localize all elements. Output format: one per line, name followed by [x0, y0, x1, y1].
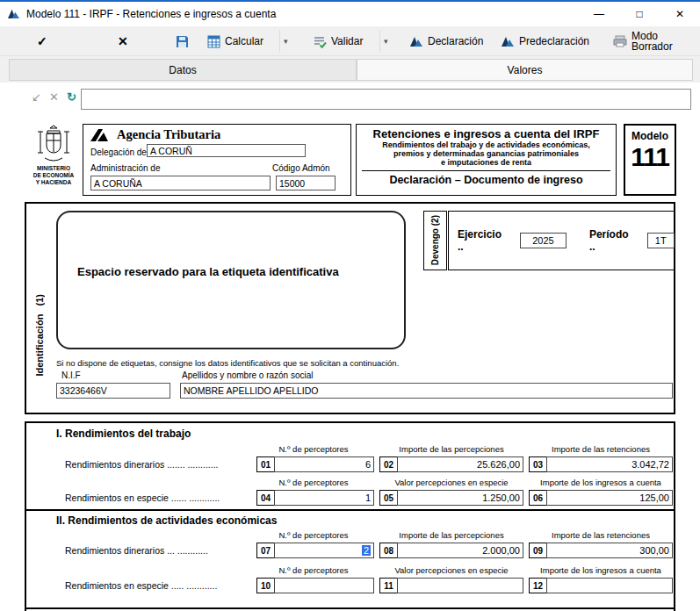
predeclaracion-icon	[501, 35, 515, 47]
casilla-06-field[interactable]: 125,00	[546, 490, 673, 506]
administracion-field[interactable]: A CORUÑA	[90, 176, 271, 190]
section-2-title: II. Rendimientos de actividades económic…	[56, 514, 277, 527]
form-title-box: Retenciones e ingresos a cuenta del IRPF…	[356, 124, 617, 196]
validate-icon	[313, 35, 327, 48]
modo-label-line2: Borrador	[631, 41, 673, 52]
casilla-number-02: 02	[379, 456, 398, 472]
modelo-box: Modelo 111	[624, 124, 676, 196]
chevron-down-icon: ▾	[384, 37, 388, 46]
nif-field[interactable]: 33236466V	[56, 383, 170, 399]
identificacion-label: Identificación	[34, 314, 45, 377]
devengo-label: Devengo	[430, 228, 440, 265]
col-header: Importe de los ingresos a cuenta	[529, 478, 673, 487]
form-subtitle-line: premios y determinadas ganancias patrimo…	[357, 149, 616, 158]
app-icon	[7, 8, 20, 19]
col-header: N.º de perceptores	[248, 478, 379, 487]
close-x-icon: ✕	[118, 34, 128, 48]
calculator-icon	[207, 35, 220, 48]
casilla-07-field[interactable]: 2	[274, 543, 374, 558]
casilla-02-field[interactable]: 25.626,00	[397, 456, 523, 472]
row-label: Rendimientos en especie ...... .........…	[65, 490, 220, 506]
tab-valores[interactable]: Valores	[357, 59, 693, 81]
declaracion-button[interactable]: Declaración	[406, 30, 487, 53]
devengo-box: Ejercicio .. 2025 Período .. 1T	[448, 211, 675, 270]
printer-icon	[613, 35, 627, 47]
ministry-block: MINISTERIO DE ECONOMÍA Y HACIENDA	[26, 125, 81, 186]
form-subtitle-line: e imputaciones de renta	[357, 158, 616, 167]
declaracion-icon	[409, 35, 423, 47]
casilla-04-field[interactable]: 1	[274, 490, 374, 506]
casilla-number-10: 10	[256, 578, 275, 593]
tab-datos[interactable]: Datos	[9, 59, 357, 81]
codigo-admon-label: Código Admón	[272, 163, 330, 173]
casilla-number-05: 05	[379, 490, 398, 506]
confirm-button[interactable]: ✓	[33, 30, 51, 53]
row-label: Rendimientos dinerarios ....... ........…	[65, 456, 219, 472]
cell-edit-input[interactable]	[81, 89, 691, 110]
identificacion-vertical-label: Identificación (1)	[26, 265, 53, 406]
doc-type: Declaración – Documento de ingreso	[362, 170, 610, 186]
delegacion-label: Delegación de	[90, 147, 147, 157]
predeclaracion-label: Predeclaración	[519, 35, 589, 47]
validar-button[interactable]: Validar	[309, 30, 366, 53]
casilla-10-field[interactable]	[274, 578, 374, 593]
section-1-title: I. Rendimientos del trabajo	[56, 428, 191, 440]
codigo-admon-field[interactable]: 15000	[276, 176, 336, 190]
ejercicio-label: Ejercicio ..	[458, 228, 509, 253]
section-divider	[26, 509, 674, 511]
save-button[interactable]	[172, 30, 192, 53]
casilla-number-03: 03	[529, 456, 547, 472]
minimize-button[interactable]: —	[579, 2, 619, 26]
predeclaracion-button[interactable]: Predeclaración	[497, 30, 593, 53]
devengo-index: (2)	[430, 215, 440, 226]
col-header: Importe de las retenciones	[529, 530, 673, 540]
casilla-08-field[interactable]: 2.000,00	[397, 543, 523, 558]
col-header: Valor percepciones en especie	[379, 478, 523, 487]
restore-icon[interactable]: ↙	[32, 90, 41, 104]
modo-borrador-button[interactable]: Modo Borrador	[610, 30, 676, 53]
etiqueta-box: Espacio reservado para la etiqueta ident…	[56, 211, 406, 349]
etiqueta-text: Espacio reservado para la etiqueta ident…	[77, 265, 339, 278]
ministry-line: MINISTERIO	[26, 165, 81, 172]
col-header: N.º de perceptores	[248, 565, 379, 575]
col-header: Importe de las percepciones	[379, 444, 523, 454]
calcular-dropdown[interactable]: ▾	[279, 30, 292, 53]
declaracion-label: Declaración	[428, 35, 483, 47]
casilla-number-09: 09	[529, 543, 547, 558]
calcular-button[interactable]: Calcular	[204, 30, 267, 53]
coat-of-arms-icon	[36, 125, 71, 162]
col-header: N.º de perceptores	[248, 530, 379, 540]
main-toolbar: ✓ ✕ Calcular ▾	[0, 26, 700, 56]
agency-name: Agencia Tributaria	[117, 127, 220, 142]
clear-icon[interactable]: ✕	[49, 90, 59, 104]
casilla-05-field[interactable]: 1.250,00	[397, 490, 523, 506]
administracion-label: Administración de	[90, 163, 160, 173]
tab-strip: Datos Valores	[0, 56, 700, 83]
casilla-01-field[interactable]: 6	[274, 456, 374, 472]
tab-valores-label: Valores	[508, 64, 543, 76]
ministry-line: DE ECONOMÍA	[26, 172, 81, 179]
aeat-logo-icon	[89, 127, 112, 143]
calcular-label: Calcular	[225, 35, 263, 47]
periodo-field[interactable]: 1T	[647, 233, 675, 248]
save-icon	[176, 35, 189, 48]
close-button[interactable]: ✕	[660, 2, 700, 26]
nombre-field[interactable]: NOMBRE APELLIDO APELLIDO	[180, 383, 673, 399]
maximize-button[interactable]: □	[619, 2, 660, 26]
form-subtitle-line: Rendimientos del trabajo y de actividade…	[357, 140, 616, 149]
casilla-11-field[interactable]	[397, 578, 523, 593]
section-divider	[26, 607, 674, 609]
refresh-icon[interactable]: ↻	[67, 90, 76, 104]
validar-dropdown[interactable]: ▾	[379, 30, 392, 53]
selected-value: 2	[362, 545, 371, 556]
ejercicio-field[interactable]: 2025	[520, 233, 566, 248]
cancel-button[interactable]: ✕	[114, 30, 132, 53]
casilla-09-field[interactable]: 300,00	[546, 543, 673, 558]
casilla-03-field[interactable]: 3.042,72	[546, 456, 673, 472]
col-header: N.º de perceptores	[248, 444, 379, 454]
casilla-number-08: 08	[379, 543, 398, 558]
rendimientos-section: I. Rendimientos del trabajo N.º de perce…	[25, 421, 675, 611]
check-icon: ✓	[37, 34, 47, 48]
casilla-12-field[interactable]	[546, 578, 673, 593]
delegacion-field[interactable]: A CORUÑ	[147, 144, 306, 157]
